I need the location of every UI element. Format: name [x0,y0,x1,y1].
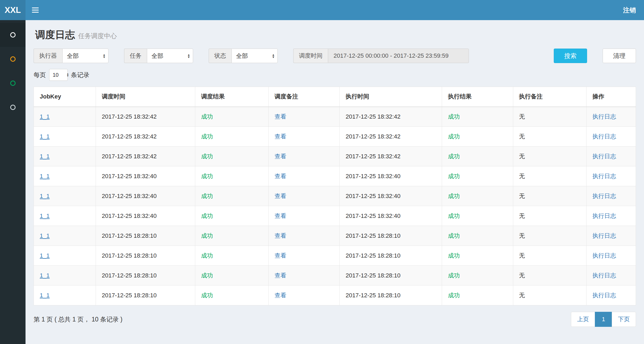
exec-log-link[interactable]: 执行日志 [592,193,616,199]
trigger-msg-view-link[interactable]: 查看 [274,193,286,199]
sidebar-menu-item[interactable] [0,95,26,119]
trigger-time-cell: 2017-12-25 18:28:10 [96,246,195,266]
handle-msg-cell: 无 [513,166,587,186]
trigger-msg-view-link[interactable]: 查看 [274,272,286,279]
log-table: JobKey 调度时间 调度结果 调度备注 执行时间 执行结果 执行备注 操作 … [34,87,636,305]
sidebar [0,20,26,344]
trigger-time-cell: 2017-12-25 18:32:40 [96,186,195,206]
trigger-time-cell: 2017-12-25 18:32:42 [96,147,195,166]
job-select[interactable]: 全部 [147,49,193,63]
trigger-msg-view-link[interactable]: 查看 [274,173,286,180]
jobkey-link[interactable]: 1_1 [40,193,50,199]
exec-log-link[interactable]: 执行日志 [592,173,616,180]
page-size-select[interactable]: 10 [49,69,68,81]
exec-log-link[interactable]: 执行日志 [592,213,616,219]
col-header-action: 操作 [587,87,636,107]
app-logo[interactable]: XXL [0,0,26,20]
handle-time-cell: 2017-12-25 18:32:40 [339,166,442,186]
clear-button[interactable]: 清理 [603,49,636,63]
sidebar-menu-item[interactable] [0,47,26,71]
jobkey-link[interactable]: 1_1 [40,173,50,180]
table-row: 1_1 2017-12-25 18:28:10 成功 查看 2017-12-25… [34,286,636,305]
exec-log-link[interactable]: 执行日志 [592,252,616,259]
trigger-msg-view-link[interactable]: 查看 [274,213,286,219]
executor-select[interactable]: 全部 [62,49,108,63]
page-size-select-wrap: 10 [46,69,71,81]
filter-bar: 执行器 全部 任务 全部 状态 全部 调度时间 [34,49,636,63]
table-row: 1_1 2017-12-25 18:32:42 成功 查看 2017-12-25… [34,107,636,127]
trigger-time-range-input[interactable] [328,49,469,63]
circle-outline-icon [10,32,16,38]
handle-result-cell: 成功 [442,246,513,266]
handle-time-cell: 2017-12-25 18:32:42 [339,107,442,127]
page-size-prefix-label: 每页 [34,71,46,79]
table-row: 1_1 2017-12-25 18:32:40 成功 查看 2017-12-25… [34,166,636,186]
trigger-result-cell: 成功 [195,147,269,166]
prev-page-button[interactable]: 上页 [571,312,595,327]
handle-time-cell: 2017-12-25 18:32:40 [339,206,442,226]
trigger-time-cell: 2017-12-25 18:32:42 [96,107,195,127]
trigger-msg-view-link[interactable]: 查看 [274,232,286,239]
jobkey-link[interactable]: 1_1 [40,133,50,140]
exec-log-link[interactable]: 执行日志 [592,113,616,120]
col-header-jobkey: JobKey [34,87,96,107]
jobkey-link[interactable]: 1_1 [40,113,50,120]
status-select[interactable]: 全部 [231,49,278,63]
trigger-msg-view-link[interactable]: 查看 [274,252,286,259]
content-header: 调度日志 任务调度中心 [34,20,636,47]
next-page-button[interactable]: 下页 [612,312,636,327]
trigger-time-cell: 2017-12-25 18:28:10 [96,226,195,246]
sidebar-menu-item[interactable] [0,23,26,47]
job-filter-label: 任务 [124,49,147,63]
exec-log-link[interactable]: 执行日志 [592,133,616,140]
trigger-time-cell: 2017-12-25 18:28:10 [96,266,195,286]
handle-result-cell: 成功 [442,206,513,226]
jobkey-link[interactable]: 1_1 [40,232,50,239]
current-page-button[interactable]: 1 [595,312,612,327]
exec-log-link[interactable]: 执行日志 [592,153,616,160]
top-navbar: XXL 注销 [0,0,644,20]
handle-result-cell: 成功 [442,226,513,246]
exec-log-link[interactable]: 执行日志 [592,232,616,239]
table-footer: 第 1 页 ( 总共 1 页， 10 条记录 ) 上页 1 下页 [34,312,636,327]
jobkey-link[interactable]: 1_1 [40,292,50,299]
trigger-result-cell: 成功 [195,206,269,226]
exec-log-link[interactable]: 执行日志 [592,272,616,279]
logout-link[interactable]: 注销 [615,0,644,20]
jobkey-link[interactable]: 1_1 [40,272,50,279]
search-button[interactable]: 搜索 [554,49,587,63]
sidebar-menu-item[interactable] [0,71,26,95]
trigger-result-cell: 成功 [195,286,269,305]
col-header-handle-result: 执行结果 [442,87,513,107]
trigger-msg-view-link[interactable]: 查看 [274,113,286,120]
circle-outline-icon [10,105,16,110]
trigger-time-cell: 2017-12-25 18:32:40 [96,166,195,186]
trigger-msg-view-link[interactable]: 查看 [274,153,286,160]
table-row: 1_1 2017-12-25 18:32:40 成功 查看 2017-12-25… [34,186,636,206]
executor-filter-group: 执行器 全部 [34,49,108,63]
circle-outline-icon [10,56,16,62]
trigger-result-cell: 成功 [195,226,269,246]
handle-time-cell: 2017-12-25 18:32:40 [339,186,442,206]
table-row: 1_1 2017-12-25 18:32:42 成功 查看 2017-12-25… [34,127,636,147]
trigger-result-cell: 成功 [195,266,269,286]
pagination: 上页 1 下页 [571,312,636,327]
col-header-handle-msg: 执行备注 [513,87,587,107]
handle-time-cell: 2017-12-25 18:28:10 [339,286,442,305]
jobkey-link[interactable]: 1_1 [40,153,50,160]
jobkey-link[interactable]: 1_1 [40,252,50,259]
table-row: 1_1 2017-12-25 18:28:10 成功 查看 2017-12-25… [34,226,636,246]
exec-log-link[interactable]: 执行日志 [592,292,616,299]
job-filter-group: 任务 全部 [124,49,193,63]
log-table-body: 1_1 2017-12-25 18:32:42 成功 查看 2017-12-25… [34,107,636,305]
status-filter-label: 状态 [209,49,231,63]
trigger-time-cell: 2017-12-25 18:28:10 [96,286,195,305]
page-title: 调度日志 [35,28,75,42]
handle-time-cell: 2017-12-25 18:28:10 [339,266,442,286]
sidebar-toggle-button[interactable] [26,0,45,20]
log-table-head: JobKey 调度时间 调度结果 调度备注 执行时间 执行结果 执行备注 操作 [34,87,636,107]
trigger-msg-view-link[interactable]: 查看 [274,292,286,299]
trigger-time-filter-label: 调度时间 [293,49,328,63]
jobkey-link[interactable]: 1_1 [40,213,50,219]
trigger-msg-view-link[interactable]: 查看 [274,133,286,140]
